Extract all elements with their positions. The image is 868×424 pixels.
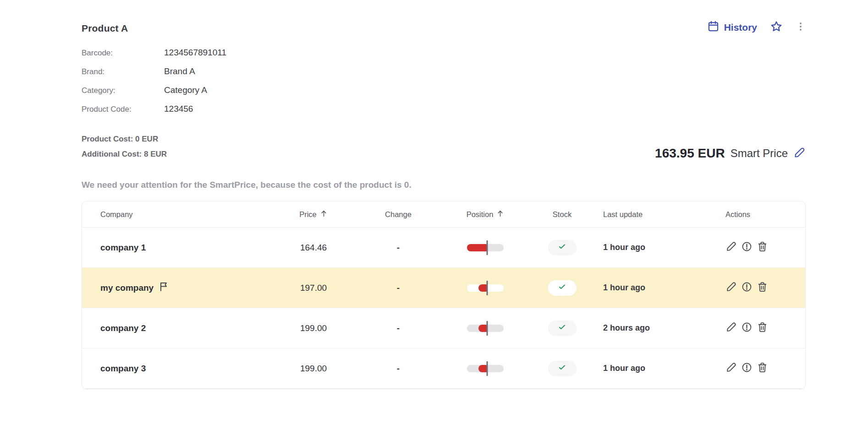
column-header-actions: Actions [714, 210, 805, 219]
position-cell [444, 325, 527, 332]
top-actions: History [707, 20, 806, 35]
costs: Product Cost: 0 EUR Additional Cost: 8 E… [82, 131, 167, 162]
change-cell: - [352, 323, 444, 333]
stock-badge [548, 240, 577, 255]
price-cell: 199.00 [275, 323, 352, 333]
trash-icon [757, 281, 768, 295]
stock-cell [527, 361, 598, 376]
position-marker [487, 281, 488, 295]
stock-badge [548, 280, 577, 296]
report-issue-button[interactable] [741, 281, 753, 295]
check-icon [558, 323, 566, 334]
detail-row-barcode: Barcode: 1234567891011 [82, 48, 806, 58]
exclamation-circle-icon [741, 362, 753, 375]
report-issue-button[interactable] [741, 241, 753, 255]
edit-price-button[interactable] [725, 321, 737, 335]
last-update-cell: 2 hours ago [598, 323, 714, 333]
stock-badge [548, 361, 577, 376]
trash-icon [757, 321, 768, 335]
report-issue-button[interactable] [741, 362, 753, 375]
last-update-cell: 1 hour ago [598, 283, 714, 293]
pencil-icon [725, 362, 737, 375]
stock-cell [527, 240, 598, 255]
position-indicator [467, 284, 504, 292]
column-header-price[interactable]: Price [275, 210, 352, 219]
edit-price-button[interactable] [725, 281, 737, 295]
flag-icon [158, 281, 169, 294]
edit-price-button[interactable] [725, 241, 737, 255]
smart-price-label: Smart Price [731, 147, 788, 160]
change-cell: - [352, 283, 444, 293]
detail-label: Product Code: [82, 105, 164, 114]
cost-and-price-section: Product Cost: 0 EUR Additional Cost: 8 E… [82, 131, 806, 162]
product-detail-page: Product A History [0, 0, 868, 424]
table-row[interactable]: company 3 199.00 - 1 hour ago [82, 348, 805, 389]
position-bar [478, 365, 487, 372]
page-content: Product A History [0, 0, 868, 389]
report-issue-button[interactable] [741, 321, 753, 335]
check-icon [558, 363, 566, 374]
detail-label: Category: [82, 86, 164, 95]
delete-button[interactable] [757, 321, 768, 335]
favorite-star-button[interactable] [770, 20, 783, 35]
product-cost: Product Cost: 0 EUR [82, 131, 167, 147]
position-cell [444, 244, 527, 251]
detail-label: Barcode: [82, 49, 164, 58]
top-bar: Product A History [82, 23, 806, 35]
competitor-price-table: Company Price Change Position Stock Last… [82, 201, 806, 389]
product-details: Barcode: 1234567891011 Brand: Brand A Ca… [82, 48, 806, 114]
additional-cost: Additional Cost: 8 EUR [82, 147, 167, 162]
table-row[interactable]: company 1 164.46 - 1 hour ago [82, 228, 805, 268]
column-header-position[interactable]: Position [444, 210, 527, 219]
delete-button[interactable] [757, 241, 768, 255]
delete-button[interactable] [757, 362, 768, 375]
sort-ascending-icon [496, 210, 504, 219]
edit-price-button[interactable] [725, 362, 737, 375]
position-indicator [467, 325, 504, 332]
position-marker [487, 361, 488, 376]
column-header-company: Company [82, 210, 275, 219]
history-button-label: History [724, 22, 757, 33]
table-header: Company Price Change Position Stock Last… [82, 201, 805, 228]
check-icon [558, 283, 566, 294]
table-row[interactable]: company 2 199.00 - 2 hours ago [82, 308, 805, 348]
company-cell: company 2 [82, 323, 275, 333]
smart-price-value: 163.95 EUR [655, 146, 725, 161]
table-row-my-company[interactable]: my company 197.00 - 1 hour ago [82, 268, 805, 308]
detail-value: Brand A [164, 66, 806, 76]
page-title: Product A [82, 23, 128, 34]
detail-label: Brand: [82, 67, 164, 76]
kebab-menu-icon [796, 21, 806, 34]
stock-badge [548, 321, 577, 336]
delete-button[interactable] [757, 281, 768, 295]
price-cell: 199.00 [275, 364, 352, 374]
exclamation-circle-icon [741, 281, 753, 295]
detail-value: 123456 [164, 104, 806, 114]
check-icon [558, 242, 566, 253]
position-bar [478, 284, 487, 292]
company-cell: company 3 [82, 364, 275, 374]
exclamation-circle-icon [741, 241, 753, 255]
more-options-button[interactable] [796, 21, 806, 34]
position-indicator [467, 244, 504, 251]
company-cell: company 1 [82, 243, 275, 253]
pencil-icon [725, 281, 737, 295]
company-cell: my company [82, 281, 275, 294]
position-marker [487, 321, 488, 336]
history-button[interactable]: History [707, 20, 757, 35]
pencil-icon [725, 241, 737, 255]
sort-ascending-icon [320, 210, 328, 219]
calendar-icon [707, 20, 720, 35]
actions-cell [714, 362, 805, 375]
exclamation-circle-icon [741, 321, 753, 335]
actions-cell [714, 321, 805, 335]
actions-cell [714, 281, 805, 295]
smart-price: 163.95 EUR Smart Price [655, 146, 806, 162]
price-cell: 197.00 [275, 283, 352, 293]
position-indicator [467, 365, 504, 372]
stock-cell [527, 280, 598, 296]
edit-smart-price-button[interactable] [793, 147, 806, 161]
position-cell [444, 284, 527, 292]
detail-value: Category A [164, 85, 806, 95]
last-update-cell: 1 hour ago [598, 364, 714, 373]
